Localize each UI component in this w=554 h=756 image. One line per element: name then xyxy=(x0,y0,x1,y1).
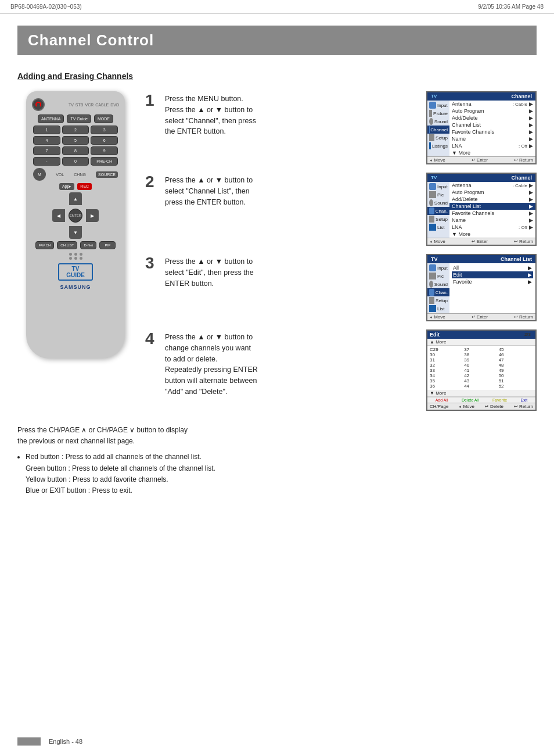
ch-tv-label-3: TV xyxy=(431,256,438,262)
s3-channel: Chan. xyxy=(427,288,449,296)
footer-enter-1: ↵ Enter xyxy=(472,157,488,163)
fav-ch-row: FAV.CH CH.LIST D-Net PIP xyxy=(32,241,119,249)
s3-listings: List xyxy=(427,304,449,313)
mode-btn[interactable]: MODE xyxy=(94,114,113,123)
step-1-text: Press the MENU button. Press the ▲ or ▼ … xyxy=(165,91,418,137)
dpad-right[interactable]: ▶ xyxy=(86,209,99,222)
btn-2[interactable]: 2 xyxy=(62,126,89,134)
ch-32: 32 xyxy=(430,363,464,368)
antenna-btn[interactable]: ANTENNA xyxy=(38,114,64,123)
screen-3-footer: ⬧ Move ↵ Enter ↩ Return xyxy=(427,313,535,320)
dot xyxy=(74,257,77,260)
sidebar-channel-label: Channel xyxy=(430,127,448,132)
step-4-screen: Edit 2/3 ▲ More C29 30 31 32 33 34 xyxy=(426,329,537,411)
section-heading: Adding and Erasing Channels xyxy=(17,71,537,81)
sound-icon xyxy=(429,118,433,125)
screen-1-submenu: Antenna : Cable ▶ Auto Program ▶ Add/Del… xyxy=(449,101,535,156)
screen-2-submenu: Antenna : Cable ▶ Auto Program ▶ Add/Del… xyxy=(449,182,535,238)
step-3-text: Press the ▲ or ▼ button to select "Edit"… xyxy=(165,254,418,289)
remote-top-bar: TV STB VCR CABLE DVD xyxy=(32,98,119,111)
ch-42: 42 xyxy=(464,373,498,378)
enter-btn[interactable]: ENTER xyxy=(69,209,82,223)
step-2-text: Press the ▲ or ▼ button to select "Chann… xyxy=(165,173,418,207)
dot xyxy=(74,253,77,256)
favorite-btn[interactable]: Favorite xyxy=(492,398,507,402)
sidebar-input: Input xyxy=(427,101,449,109)
dot xyxy=(69,253,72,256)
step-4-text: Press the ▲ or ▼ button to change channe… xyxy=(165,329,418,397)
fav-ch-btn[interactable]: FAV.CH xyxy=(35,241,55,249)
menu-item-auto-1: Auto Program ▶ xyxy=(449,108,535,114)
dpad-up[interactable]: ▲ xyxy=(69,192,82,205)
d-net-btn[interactable]: D-Net xyxy=(80,241,96,249)
power-button[interactable] xyxy=(32,98,45,111)
menu-item-name-1: Name ▶ xyxy=(449,135,535,142)
sidebar-setup: Setup xyxy=(427,134,449,142)
dot xyxy=(80,253,82,256)
s3-setup: Setup xyxy=(427,296,449,304)
ch-c29: C29 xyxy=(430,347,464,352)
btn-5[interactable]: 5 xyxy=(62,136,89,145)
btn-3[interactable]: 3 xyxy=(91,126,118,134)
tv-screen-1-header: TV Channel xyxy=(427,92,535,101)
ch-30: 30 xyxy=(430,352,464,357)
btn-6[interactable]: 6 xyxy=(91,136,118,145)
ch-list-header-3: TV Channel List xyxy=(427,255,535,263)
page-footer: English - 48 xyxy=(17,737,537,746)
dpad-down[interactable]: ▼ xyxy=(69,226,82,239)
btn-8[interactable]: 8 xyxy=(62,146,89,155)
exit-btn[interactable]: Exit xyxy=(521,398,528,402)
chg-label: CHNG xyxy=(74,173,86,177)
sidebar-listings: Listings xyxy=(427,142,449,150)
btn-1[interactable]: 1 xyxy=(33,126,60,134)
tv-label-1: TV xyxy=(431,94,437,99)
add-all-btn[interactable]: Add All xyxy=(436,398,448,402)
btn-7[interactable]: 7 xyxy=(33,146,60,155)
mute-btn[interactable]: M xyxy=(33,168,46,181)
dot xyxy=(69,257,72,260)
ch-40: 40 xyxy=(464,363,498,368)
ch-36: 36 xyxy=(430,384,464,389)
ch-49: 49 xyxy=(499,368,533,373)
s3-footer-return: ↩ Return xyxy=(514,314,533,320)
sidebar-sound: Sound xyxy=(427,117,449,126)
sidebar-input-label: Input xyxy=(437,103,448,108)
print-info-left: BP68-00469A-02(030~053) xyxy=(10,3,82,10)
step-2-screen: TV Channel Input Pic xyxy=(426,173,537,246)
channel-list-screen-3: TV Channel List Input Pic xyxy=(426,254,537,321)
s2-setup-icon xyxy=(429,216,434,223)
s2-sidebar-input: Input xyxy=(427,182,449,191)
s2-sound-icon xyxy=(429,199,433,206)
rec-btn[interactable]: REC xyxy=(77,183,92,190)
ch-50: 50 xyxy=(499,373,533,378)
signal-labels: TV STB VCR CABLE DVD xyxy=(69,103,119,107)
ch-33: 33 xyxy=(430,368,464,373)
app-btn[interactable]: App▸ xyxy=(59,183,74,190)
btn-prev-ch[interactable]: PRE-CH xyxy=(91,157,118,166)
btn-0[interactable]: 0 xyxy=(62,157,89,166)
edit-footer-btns: Add All Delete All Favorite Exit xyxy=(427,397,535,403)
print-info-right: 9/2/05 10:36 AM Page 48 xyxy=(478,3,544,10)
ch-41: 41 xyxy=(464,368,498,373)
pip-btn[interactable]: PIP xyxy=(99,241,116,249)
delete-all-btn[interactable]: Delete All xyxy=(462,398,479,402)
menu-item-chlist-1: Channel List ▶ xyxy=(449,121,535,128)
btn-minus[interactable]: - xyxy=(33,157,60,166)
btn-9[interactable]: 9 xyxy=(91,146,118,155)
footer-return-1: ↩ Return xyxy=(514,157,533,163)
s2-chlist: Channel List ▶ xyxy=(449,203,535,210)
remote-dots xyxy=(32,253,119,260)
menu-item-fav-1: Favorite Channels ▶ xyxy=(449,128,535,135)
source-btn[interactable]: SOURCE xyxy=(96,171,118,178)
ch-43: 43 xyxy=(464,378,498,384)
more-up-label: ▲ More xyxy=(430,339,446,345)
title-bar: Channel Control xyxy=(17,26,537,55)
s3-sound-icon xyxy=(429,281,433,288)
step-2-number: 2 xyxy=(145,173,157,190)
btn-4[interactable]: 4 xyxy=(33,136,60,145)
ch-37: 37 xyxy=(464,347,498,352)
dpad-left[interactable]: ◀ xyxy=(52,209,65,222)
tv-guide-btn[interactable]: TV Guide xyxy=(67,114,91,123)
ch-list-btn[interactable]: CH.LIST xyxy=(57,241,77,249)
s2-picture-icon xyxy=(429,191,436,198)
